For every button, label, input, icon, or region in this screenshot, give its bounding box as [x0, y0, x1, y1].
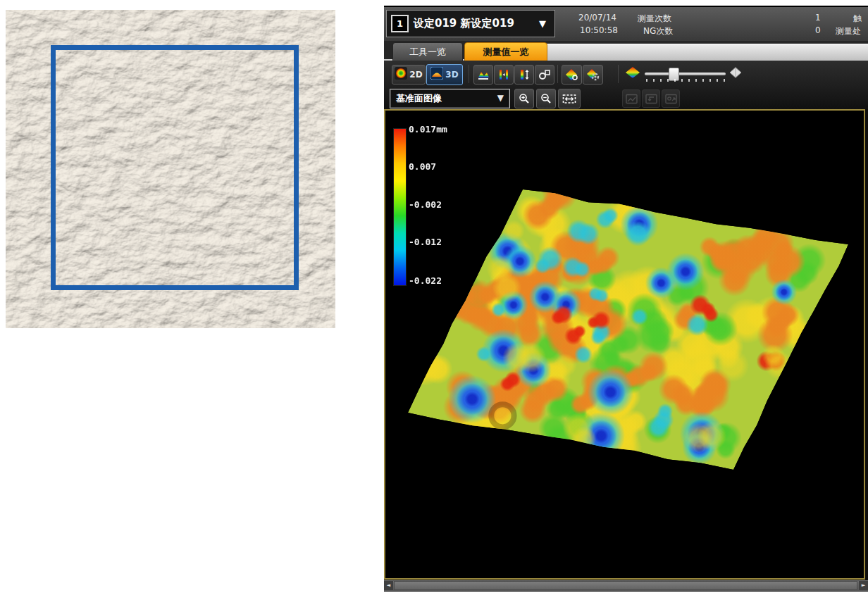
colorbar-tick-3: -0.012: [409, 237, 442, 247]
image-icon: [626, 94, 638, 104]
color-settings-button[interactable]: [583, 65, 603, 85]
colorbar: [393, 128, 407, 286]
screen: 1 设定019 新设定019 ▼ 20/07/14 10:50:58 测量次数 …: [0, 0, 868, 600]
image-type-value: 基准面图像: [396, 92, 442, 105]
toolbar-separator: [469, 65, 469, 83]
measurement-app-panel: 1 设定019 新设定019 ▼ 20/07/14 10:50:58 测量次数 …: [384, 6, 868, 592]
measure-count-value: 1: [815, 13, 821, 23]
toolbar-separator: [618, 65, 619, 83]
export-image-button[interactable]: [662, 89, 680, 108]
height-range-icon: [518, 68, 531, 81]
colorbar-tick-0: 0.017mm: [409, 124, 447, 135]
slider-tick: [667, 79, 669, 82]
profile-compare-button[interactable]: [494, 65, 514, 85]
specimen-photo: [6, 10, 335, 328]
display-option-icon: [538, 68, 551, 81]
color-map-button[interactable]: [562, 65, 582, 85]
slider-tick: [709, 79, 711, 82]
profile-compare-icon: [497, 68, 510, 81]
copy-image-button[interactable]: [642, 89, 660, 108]
height-range-button[interactable]: [514, 65, 534, 85]
view-2d-label: 2D: [409, 70, 422, 80]
slider-tick: [681, 79, 683, 82]
tab-measurement-values[interactable]: 测量值一览: [464, 42, 547, 62]
chevron-down-icon: ▼: [497, 93, 504, 103]
export-icon: [665, 94, 677, 104]
save-image-button[interactable]: [622, 89, 640, 108]
tab-tool-list[interactable]: 工具一览: [392, 42, 463, 62]
preset-number-badge: 1: [391, 15, 409, 32]
clipped-header-text-2: 测量处: [836, 25, 861, 37]
slider-tick: [653, 79, 655, 82]
slider-tick: [646, 79, 647, 82]
date-label: 20/07/14: [578, 13, 616, 23]
image-type-select[interactable]: 基准面图像 ▼: [390, 89, 510, 108]
zoom-in-button[interactable]: [514, 89, 534, 108]
zoom-in-icon: [519, 93, 530, 104]
height-profile-icon: [477, 68, 490, 81]
display-option-button[interactable]: [535, 65, 554, 85]
tab-strip: 工具一览 测量值一览: [384, 41, 868, 61]
view-2d-icon: [395, 67, 407, 82]
color-settings-icon: [586, 68, 600, 81]
view-3d-label: 3D: [445, 70, 458, 80]
tab-filler-bar: [540, 44, 868, 60]
header-bar: 1 设定019 新设定019 ▼ 20/07/14 10:50:58 测量次数 …: [384, 7, 868, 41]
ng-count-value: 0: [815, 25, 821, 35]
scroll-right-arrow[interactable]: ►: [859, 581, 868, 590]
fit-width-icon: [562, 94, 576, 104]
time-label: 10:50:58: [580, 25, 618, 35]
slider-tick: [702, 79, 704, 82]
scrollbar-thumb[interactable]: [394, 581, 857, 590]
color-scale-max-icon: [729, 67, 742, 81]
view-3d-icon: [430, 67, 443, 82]
measure-count-label: 测量次数: [638, 13, 671, 25]
zoom-out-button[interactable]: [536, 89, 556, 108]
colorbar-tick-2: -0.002: [409, 199, 442, 210]
slider-tick: [674, 79, 676, 82]
slider-tick: [724, 79, 725, 82]
viewport-content: 0.017mm 0.007 -0.002 -0.012 -0.022: [385, 111, 864, 578]
color-map-icon: [565, 68, 578, 81]
toolbar-separator: [557, 65, 558, 83]
colorbar-tick-1: 0.007: [409, 161, 436, 172]
preset-title: 设定019 新设定019: [414, 17, 514, 30]
scroll-left-arrow[interactable]: ◄: [384, 581, 393, 590]
view-3d-button[interactable]: 3D: [426, 64, 463, 85]
color-scale-min-icon: [625, 66, 640, 82]
colorbar-tick-4: -0.022: [409, 275, 442, 286]
preset-dropdown[interactable]: 1 设定019 新设定019 ▼: [386, 10, 555, 37]
height-profile-button[interactable]: [473, 65, 493, 85]
slider-tick: [688, 79, 690, 82]
zoom-out-icon: [540, 93, 552, 104]
chevron-down-icon: ▼: [539, 18, 546, 29]
render-viewport: 0.017mm 0.007 -0.002 -0.012 -0.022: [384, 109, 865, 580]
height-map-surface[interactable]: [385, 111, 864, 578]
slider-tick: [717, 79, 718, 82]
fit-to-window-button[interactable]: [558, 89, 581, 108]
horizontal-scrollbar[interactable]: ◄ ►: [384, 580, 868, 591]
slider-tick: [695, 79, 697, 82]
toolbar: 2D 3D: [384, 61, 868, 109]
clipped-header-text-1: 触: [853, 13, 862, 25]
ng-count-label: NG次数: [643, 25, 673, 37]
slider-tick: [660, 79, 662, 82]
view-2d-button[interactable]: 2D: [392, 65, 426, 85]
color-scale-slider-track[interactable]: [645, 73, 726, 75]
copy-arrow-icon: [645, 94, 657, 104]
measurement-roi-box: [51, 45, 299, 290]
